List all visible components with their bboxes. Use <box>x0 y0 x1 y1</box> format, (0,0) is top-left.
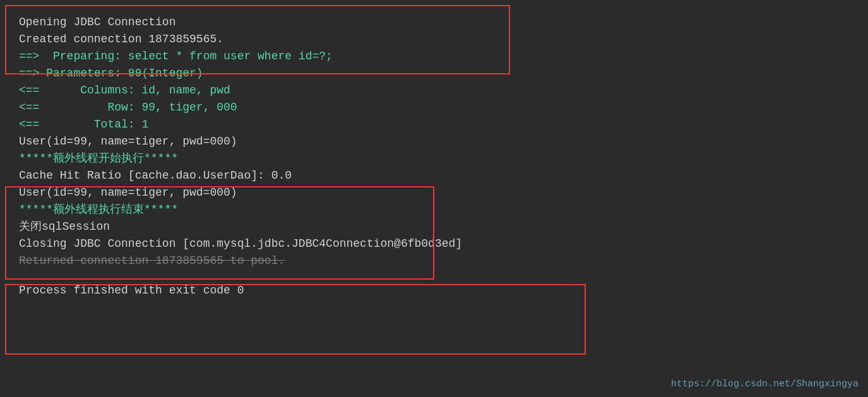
console-line: Created connection 1873859565. <box>19 31 849 48</box>
console-line: *****额外线程开始执行***** <box>19 150 849 167</box>
console-line: <== Row: 99, tiger, 000 <box>19 99 849 116</box>
console-line: ==> Preparing: select * from user where … <box>19 48 849 65</box>
console-line: 关闭sqlSession <box>19 218 849 235</box>
console-footer: Process finished with exit code 0 <box>19 282 849 299</box>
console-line: User(id=99, name=tiger, pwd=000) <box>19 133 849 150</box>
console-line: Opening JDBC Connection <box>19 14 849 31</box>
watermark: https://blog.csdn.net/Shangxingya <box>671 379 859 389</box>
console-line: *****额外线程执行结束***** <box>19 201 849 218</box>
console-line: User(id=99, name=tiger, pwd=000) <box>19 184 849 201</box>
console-line: Closing JDBC Connection [com.mysql.jdbc.… <box>19 235 849 252</box>
console-line: Cache Hit Ratio [cache.dao.UserDao]: 0.0 <box>19 167 849 184</box>
console-output: Opening JDBC Connection Created connecti… <box>9 6 859 305</box>
console-container: Opening JDBC Connection Created connecti… <box>0 0 868 397</box>
console-line-strikethrough: Returned connection 1873859565 to pool. <box>19 252 849 270</box>
console-line: <== Total: 1 <box>19 116 849 133</box>
console-line: <== Columns: id, name, pwd <box>19 82 849 99</box>
console-line: ==> Parameters: 99(Integer) <box>19 65 849 82</box>
